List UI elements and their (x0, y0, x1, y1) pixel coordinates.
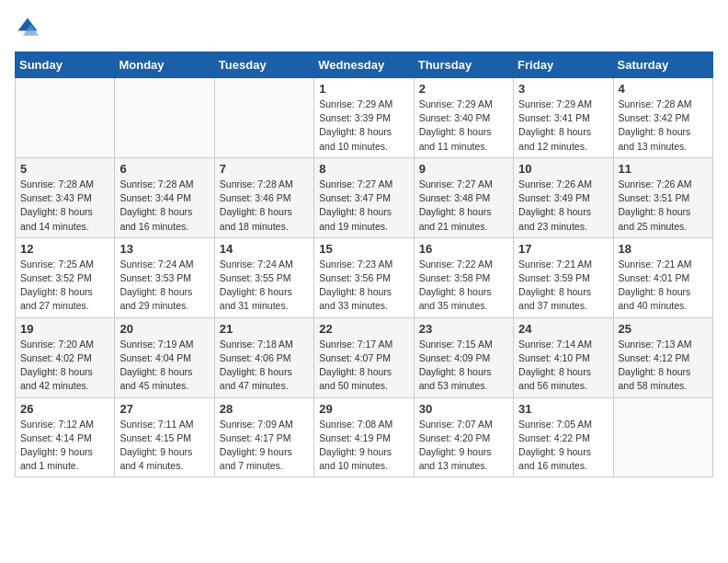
calendar-cell: 13Sunrise: 7:24 AM Sunset: 3:53 PM Dayli… (115, 237, 214, 317)
calendar-cell: 11Sunrise: 7:26 AM Sunset: 3:51 PM Dayli… (613, 157, 712, 237)
calendar-cell: 1Sunrise: 7:29 AM Sunset: 3:39 PM Daylig… (314, 78, 414, 158)
day-info: Sunrise: 7:21 AM Sunset: 4:01 PM Dayligh… (619, 258, 708, 314)
day-info: Sunrise: 7:28 AM Sunset: 3:42 PM Dayligh… (619, 98, 708, 154)
logo (15, 15, 44, 40)
day-number: 23 (419, 322, 508, 336)
header-thursday: Thursday (414, 52, 513, 78)
calendar-cell: 5Sunrise: 7:28 AM Sunset: 3:43 PM Daylig… (16, 157, 115, 237)
day-info: Sunrise: 7:27 AM Sunset: 3:47 PM Dayligh… (319, 178, 408, 234)
calendar-cell (613, 397, 712, 477)
day-info: Sunrise: 7:29 AM Sunset: 3:39 PM Dayligh… (319, 98, 408, 154)
day-info: Sunrise: 7:22 AM Sunset: 3:58 PM Dayligh… (419, 258, 508, 314)
day-number: 12 (20, 242, 109, 256)
calendar-cell: 21Sunrise: 7:18 AM Sunset: 4:06 PM Dayli… (214, 317, 313, 397)
day-number: 19 (20, 322, 109, 336)
calendar-cell: 18Sunrise: 7:21 AM Sunset: 4:01 PM Dayli… (613, 237, 712, 317)
calendar-cell: 3Sunrise: 7:29 AM Sunset: 3:41 PM Daylig… (514, 78, 613, 158)
calendar-cell: 7Sunrise: 7:28 AM Sunset: 3:46 PM Daylig… (214, 157, 313, 237)
day-info: Sunrise: 7:05 AM Sunset: 4:22 PM Dayligh… (518, 418, 608, 474)
day-info: Sunrise: 7:29 AM Sunset: 3:40 PM Dayligh… (419, 98, 508, 154)
calendar-cell: 6Sunrise: 7:28 AM Sunset: 3:44 PM Daylig… (115, 157, 214, 237)
calendar-cell (214, 78, 313, 158)
day-number: 14 (220, 242, 309, 256)
day-info: Sunrise: 7:09 AM Sunset: 4:17 PM Dayligh… (220, 418, 309, 474)
day-number: 1 (319, 82, 408, 96)
day-info: Sunrise: 7:24 AM Sunset: 3:53 PM Dayligh… (119, 258, 209, 314)
calendar-cell: 22Sunrise: 7:17 AM Sunset: 4:07 PM Dayli… (314, 317, 414, 397)
day-number: 3 (518, 82, 608, 96)
calendar-cell: 24Sunrise: 7:14 AM Sunset: 4:10 PM Dayli… (514, 317, 613, 397)
day-number: 8 (319, 162, 408, 176)
calendar-cell: 31Sunrise: 7:05 AM Sunset: 4:22 PM Dayli… (514, 397, 613, 477)
day-info: Sunrise: 7:25 AM Sunset: 3:52 PM Dayligh… (20, 258, 109, 314)
day-info: Sunrise: 7:12 AM Sunset: 4:14 PM Dayligh… (20, 418, 109, 474)
header-saturday: Saturday (613, 52, 712, 78)
logo-icon (15, 15, 40, 40)
day-number: 10 (518, 162, 608, 176)
day-number: 7 (220, 162, 309, 176)
day-info: Sunrise: 7:11 AM Sunset: 4:15 PM Dayligh… (119, 418, 209, 474)
calendar-cell: 17Sunrise: 7:21 AM Sunset: 3:59 PM Dayli… (514, 237, 613, 317)
day-info: Sunrise: 7:23 AM Sunset: 3:56 PM Dayligh… (319, 258, 408, 314)
week-row-2: 5Sunrise: 7:28 AM Sunset: 3:43 PM Daylig… (16, 157, 713, 237)
day-number: 6 (119, 162, 209, 176)
calendar-header-row: SundayMondayTuesdayWednesdayThursdayFrid… (16, 52, 713, 78)
page-header (15, 15, 713, 40)
day-info: Sunrise: 7:26 AM Sunset: 3:51 PM Dayligh… (619, 178, 708, 234)
calendar-cell: 28Sunrise: 7:09 AM Sunset: 4:17 PM Dayli… (214, 397, 313, 477)
day-number: 25 (619, 322, 708, 336)
day-number: 11 (619, 162, 708, 176)
calendar-cell: 4Sunrise: 7:28 AM Sunset: 3:42 PM Daylig… (613, 78, 712, 158)
calendar-cell: 30Sunrise: 7:07 AM Sunset: 4:20 PM Dayli… (414, 397, 513, 477)
day-number: 22 (319, 322, 408, 336)
header-tuesday: Tuesday (214, 52, 313, 78)
header-friday: Friday (514, 52, 613, 78)
calendar-cell: 20Sunrise: 7:19 AM Sunset: 4:04 PM Dayli… (115, 317, 214, 397)
calendar-cell: 29Sunrise: 7:08 AM Sunset: 4:19 PM Dayli… (314, 397, 414, 477)
week-row-1: 1Sunrise: 7:29 AM Sunset: 3:39 PM Daylig… (16, 78, 713, 158)
day-info: Sunrise: 7:14 AM Sunset: 4:10 PM Dayligh… (518, 338, 608, 394)
calendar-cell: 26Sunrise: 7:12 AM Sunset: 4:14 PM Dayli… (16, 397, 115, 477)
day-info: Sunrise: 7:28 AM Sunset: 3:46 PM Dayligh… (220, 178, 309, 234)
calendar-cell: 16Sunrise: 7:22 AM Sunset: 3:58 PM Dayli… (414, 237, 513, 317)
day-info: Sunrise: 7:28 AM Sunset: 3:43 PM Dayligh… (20, 178, 109, 234)
header-monday: Monday (115, 52, 214, 78)
calendar-cell (115, 78, 214, 158)
day-number: 26 (20, 402, 109, 416)
calendar-cell: 12Sunrise: 7:25 AM Sunset: 3:52 PM Dayli… (16, 237, 115, 317)
calendar-cell: 10Sunrise: 7:26 AM Sunset: 3:49 PM Dayli… (514, 157, 613, 237)
day-number: 18 (619, 242, 708, 256)
day-number: 28 (220, 402, 309, 416)
day-number: 5 (20, 162, 109, 176)
day-number: 16 (419, 242, 508, 256)
calendar-cell: 14Sunrise: 7:24 AM Sunset: 3:55 PM Dayli… (214, 237, 313, 317)
calendar-cell: 27Sunrise: 7:11 AM Sunset: 4:15 PM Dayli… (115, 397, 214, 477)
day-info: Sunrise: 7:27 AM Sunset: 3:48 PM Dayligh… (419, 178, 508, 234)
day-info: Sunrise: 7:26 AM Sunset: 3:49 PM Dayligh… (518, 178, 608, 234)
week-row-3: 12Sunrise: 7:25 AM Sunset: 3:52 PM Dayli… (16, 237, 713, 317)
calendar-cell: 8Sunrise: 7:27 AM Sunset: 3:47 PM Daylig… (314, 157, 414, 237)
day-number: 13 (119, 242, 209, 256)
week-row-4: 19Sunrise: 7:20 AM Sunset: 4:02 PM Dayli… (16, 317, 713, 397)
day-number: 9 (419, 162, 508, 176)
day-info: Sunrise: 7:17 AM Sunset: 4:07 PM Dayligh… (319, 338, 408, 394)
day-info: Sunrise: 7:28 AM Sunset: 3:44 PM Dayligh… (119, 178, 209, 234)
calendar-cell: 2Sunrise: 7:29 AM Sunset: 3:40 PM Daylig… (414, 78, 513, 158)
calendar-cell: 9Sunrise: 7:27 AM Sunset: 3:48 PM Daylig… (414, 157, 513, 237)
day-number: 20 (119, 322, 209, 336)
week-row-5: 26Sunrise: 7:12 AM Sunset: 4:14 PM Dayli… (16, 397, 713, 477)
calendar-cell: 19Sunrise: 7:20 AM Sunset: 4:02 PM Dayli… (16, 317, 115, 397)
day-info: Sunrise: 7:29 AM Sunset: 3:41 PM Dayligh… (518, 98, 608, 154)
day-number: 21 (220, 322, 309, 336)
day-number: 27 (119, 402, 209, 416)
day-number: 30 (419, 402, 508, 416)
calendar-cell: 23Sunrise: 7:15 AM Sunset: 4:09 PM Dayli… (414, 317, 513, 397)
header-sunday: Sunday (16, 52, 115, 78)
calendar-table: SundayMondayTuesdayWednesdayThursdayFrid… (15, 52, 713, 477)
day-number: 31 (518, 402, 608, 416)
day-info: Sunrise: 7:07 AM Sunset: 4:20 PM Dayligh… (419, 418, 508, 474)
day-info: Sunrise: 7:15 AM Sunset: 4:09 PM Dayligh… (419, 338, 508, 394)
calendar-cell: 25Sunrise: 7:13 AM Sunset: 4:12 PM Dayli… (613, 317, 712, 397)
day-number: 24 (518, 322, 608, 336)
day-info: Sunrise: 7:21 AM Sunset: 3:59 PM Dayligh… (518, 258, 608, 314)
